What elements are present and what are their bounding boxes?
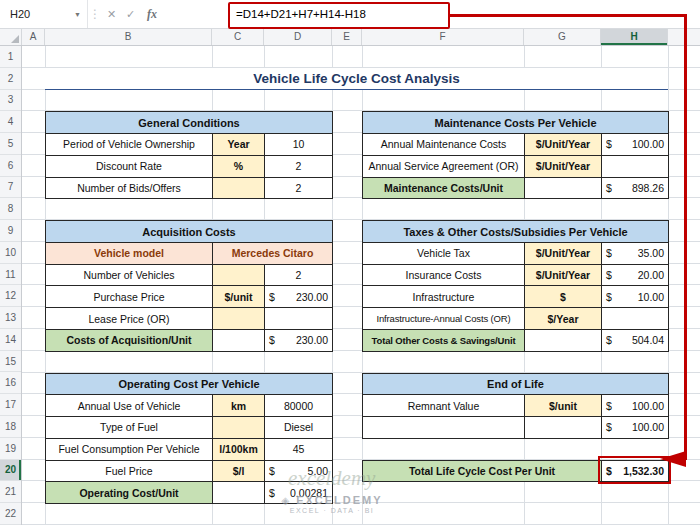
col-header-a[interactable]: A	[22, 28, 45, 45]
table-header-cell[interactable]: Operating Cost Per Vehicle	[46, 374, 333, 396]
table-header-cell[interactable]: Acquisition Costs	[46, 221, 333, 243]
cell-unit[interactable]	[525, 178, 602, 200]
cell-unit[interactable]	[213, 178, 265, 200]
cell-unit[interactable]: $/Unit/Year	[525, 134, 602, 156]
cell-label[interactable]: Insurance Costs	[363, 265, 525, 287]
cell-unit[interactable]: Year	[213, 134, 265, 156]
row-header-1[interactable]: 1	[0, 46, 21, 68]
col-header-c[interactable]: C	[212, 28, 264, 45]
col-header-e[interactable]: E	[332, 28, 362, 45]
cell-unit[interactable]: $/l	[213, 461, 265, 483]
cell-value[interactable]: $ 100.00	[602, 417, 669, 439]
cell-label[interactable]: Infrastructure	[363, 286, 525, 308]
cell-vehicle-model-label[interactable]: Vehicle model	[46, 243, 213, 265]
cell-label[interactable]: Discount Rate	[46, 156, 213, 178]
formula-input[interactable]: =D14+D21+H7+H14-H18	[164, 0, 700, 28]
cell-label[interactable]: Number of Bids/Offers	[46, 178, 213, 200]
cell-label[interactable]: Costs of Acquisition/Unit	[46, 330, 213, 352]
row-header-5[interactable]: 5	[0, 133, 21, 155]
cell-value[interactable]: 45	[265, 439, 333, 461]
cell-unit[interactable]	[213, 482, 265, 504]
cell-value[interactable]: $ 100.00	[602, 134, 669, 156]
cell-value[interactable]: 2	[265, 265, 333, 287]
cell-unit[interactable]: l/100km	[213, 439, 265, 461]
cell-value[interactable]: $ 35.00	[602, 243, 669, 265]
cell-unit[interactable]	[525, 417, 602, 439]
cell-unit[interactable]: $/Unit/Year	[525, 156, 602, 178]
col-header-g[interactable]: G	[524, 28, 601, 45]
cell-value[interactable]: $ 10.00	[602, 286, 669, 308]
table-header-cell[interactable]: Taxes & Other Costs/Subsidies Per Vehicl…	[363, 221, 669, 243]
cell-unit[interactable]: %	[213, 156, 265, 178]
cell-unit[interactable]: $	[525, 286, 602, 308]
cell-value[interactable]: 2	[265, 178, 333, 200]
cell-value[interactable]: $ 504.04	[602, 330, 669, 352]
cell-unit[interactable]: km	[213, 395, 265, 417]
col-header-f[interactable]: F	[362, 28, 524, 45]
name-box-dropdown-icon[interactable]: ▼	[74, 11, 81, 18]
cell-unit[interactable]: $/Unit/Year	[525, 265, 602, 287]
row-header-15[interactable]: 15	[0, 351, 21, 373]
cell-label[interactable]: Infrastructure-Annual Costs (OR)	[363, 308, 525, 330]
row-header-20[interactable]: 20	[0, 460, 21, 482]
row-header-14[interactable]: 14	[0, 329, 21, 351]
table-header-cell[interactable]: Maintenance Costs Per Vehicle	[363, 112, 669, 134]
cell-vehicle-model-value[interactable]: Mercedes Citaro	[213, 243, 333, 265]
col-header-d[interactable]: D	[264, 28, 332, 45]
cell-total-value[interactable]: $ 1,532.30	[602, 461, 669, 483]
row-header-17[interactable]: 17	[0, 394, 21, 416]
cell-label[interactable]: Operating Cost/Unit	[46, 482, 213, 504]
cell-value[interactable]: $ 898.26	[602, 178, 669, 200]
row-header-7[interactable]: 7	[0, 177, 21, 199]
row-header-13[interactable]: 13	[0, 307, 21, 329]
row-header-4[interactable]: 4	[0, 111, 21, 133]
cell-value[interactable]: 2	[265, 156, 333, 178]
sheet-title[interactable]: Vehicle Life Cycle Cost Analysis	[45, 68, 668, 90]
row-header-6[interactable]: 6	[0, 155, 21, 177]
cell-value[interactable]: $ 20.00	[602, 265, 669, 287]
cell-unit[interactable]	[213, 330, 265, 352]
cell-value[interactable]: $ 230.00	[265, 330, 333, 352]
cell-value[interactable]: $ 100.00	[602, 395, 669, 417]
name-box[interactable]: H20 ▼	[0, 0, 88, 28]
cell-label[interactable]: Annual Use of Vehicle	[46, 395, 213, 417]
cell-label[interactable]: Number of Vehicles	[46, 265, 213, 287]
cell-unit[interactable]: $/Year	[525, 308, 602, 330]
cell-label[interactable]: Maintenance Costs/Unit	[363, 178, 525, 200]
cell-label[interactable]: Annual Maintenance Costs	[363, 134, 525, 156]
cell-label[interactable]: Annual Service Agreement (OR)	[363, 156, 525, 178]
cell-unit[interactable]	[213, 265, 265, 287]
worksheet[interactable]: Vehicle Life Cycle Cost Analysis General…	[22, 46, 700, 525]
row-header-10[interactable]: 10	[0, 242, 21, 264]
col-header-b[interactable]: B	[45, 28, 212, 45]
cell-total-label[interactable]: Total Life Cycle Cost Per Unit	[363, 461, 602, 483]
cell-value[interactable]	[602, 156, 669, 178]
table-header-cell[interactable]: End of Life	[363, 374, 669, 396]
select-all-corner[interactable]	[0, 28, 22, 45]
enter-icon[interactable]: ✓	[121, 8, 140, 21]
insert-function-icon[interactable]: fx	[140, 7, 164, 22]
row-header-9[interactable]: 9	[0, 220, 21, 242]
cell-label[interactable]: Period of Vehicle Ownership	[46, 134, 213, 156]
cell-label[interactable]: Remnant Value	[363, 395, 525, 417]
table-header-cell[interactable]: General Conditions	[46, 112, 333, 134]
cell-label[interactable]: Lease Price (OR)	[46, 308, 213, 330]
row-header-2[interactable]: 2	[0, 68, 21, 90]
cell-label[interactable]: Type of Fuel	[46, 417, 213, 439]
row-header-12[interactable]: 12	[0, 285, 21, 307]
cell-unit[interactable]: $/unit	[525, 395, 602, 417]
cell-value[interactable]: 10	[265, 134, 333, 156]
cell-value[interactable]: $ 0.00281	[265, 482, 333, 504]
cell-unit[interactable]	[525, 330, 602, 352]
cell-unit[interactable]: $/unit	[213, 286, 265, 308]
row-header-3[interactable]: 3	[0, 90, 21, 112]
cell-label[interactable]: Fuel Consumption Per Vehicle	[46, 439, 213, 461]
cell-unit[interactable]	[213, 308, 265, 330]
cell-value[interactable]: Diesel	[265, 417, 333, 439]
cell-unit[interactable]: $/Unit/Year	[525, 243, 602, 265]
row-header-11[interactable]: 11	[0, 264, 21, 286]
cell-value[interactable]: $ 230.00	[265, 286, 333, 308]
row-header-16[interactable]: 16	[0, 372, 21, 394]
cell-value[interactable]	[265, 308, 333, 330]
row-header-22[interactable]: 22	[0, 503, 21, 525]
